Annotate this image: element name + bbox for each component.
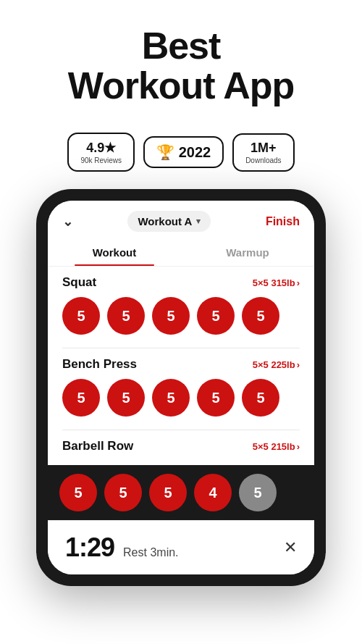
- exercise-row-barbellrow: Barbell Row 5×5 215lb ›: [48, 430, 314, 465]
- tab-workout[interactable]: Workout: [48, 239, 181, 266]
- timer-label: Rest 3min.: [123, 546, 178, 559]
- exercise-detail-squat[interactable]: 5×5 315lb ›: [253, 277, 300, 288]
- phone-screen: ⌄ Workout A ▾ Finish Workout Warmup: [48, 201, 314, 574]
- chevron-right-icon-3: ›: [297, 441, 300, 452]
- selector-arrow-icon: ▾: [196, 217, 201, 226]
- squat-set-circles: 5 5 5 5 5: [62, 297, 300, 343]
- bottom-set-3[interactable]: 5: [149, 474, 187, 511]
- workout-selector[interactable]: Workout A ▾: [127, 211, 211, 232]
- exercise-header-squat: Squat 5×5 315lb ›: [62, 275, 300, 290]
- exercise-header-benchpress: Bench Press 5×5 225lb ›: [62, 357, 300, 372]
- timer-time: 1:29: [65, 532, 114, 563]
- badge-award-main: 🏆 2022: [156, 143, 211, 161]
- badge-rating-sub: 90k Reviews: [80, 156, 122, 164]
- badges-row: 4.9★ 90k Reviews 🏆 2022 1M+ Downloads: [0, 133, 362, 172]
- squat-set-3[interactable]: 5: [152, 297, 190, 335]
- phone-frame: ⌄ Workout A ▾ Finish Workout Warmup: [36, 189, 326, 586]
- chevron-down-icon[interactable]: ⌄: [62, 214, 73, 230]
- close-icon[interactable]: ✕: [284, 538, 297, 557]
- squat-set-1[interactable]: 5: [62, 297, 100, 335]
- app-title: Best Workout App: [14, 26, 348, 105]
- squat-set-4[interactable]: 5: [197, 297, 235, 335]
- badge-rating-main: 4.9★: [86, 140, 116, 156]
- bottom-set-circles: 5 5 5 4 5: [59, 474, 303, 511]
- timer-display: 1:29 Rest 3min.: [65, 532, 179, 563]
- badge-downloads-main: 1M+: [251, 141, 277, 156]
- bottom-set-4[interactable]: 4: [194, 474, 232, 511]
- screen-header: ⌄ Workout A ▾ Finish: [48, 201, 314, 239]
- exercise-detail-barbellrow[interactable]: 5×5 215lb ›: [253, 441, 300, 452]
- header-section: Best Workout App: [0, 0, 362, 120]
- finish-button[interactable]: Finish: [266, 215, 300, 228]
- exercise-name-squat: Squat: [62, 275, 96, 290]
- bottom-set-5[interactable]: 5: [239, 474, 277, 511]
- phone-wrapper: ⌄ Workout A ▾ Finish Workout Warmup: [0, 189, 362, 586]
- timer-bar: 1:29 Rest 3min. ✕: [48, 520, 314, 574]
- tabs-row: Workout Warmup: [48, 239, 314, 267]
- benchpress-set-2[interactable]: 5: [107, 379, 145, 417]
- badge-award: 🏆 2022: [143, 136, 224, 168]
- benchpress-set-5[interactable]: 5: [242, 379, 279, 417]
- badge-downloads: 1M+ Downloads: [232, 133, 294, 172]
- benchpress-set-4[interactable]: 5: [197, 379, 235, 417]
- exercise-header-barbellrow: Barbell Row 5×5 215lb ›: [62, 439, 300, 453]
- badge-rating: 4.9★ 90k Reviews: [67, 133, 135, 172]
- bottom-set-2[interactable]: 5: [104, 474, 142, 511]
- bottom-bar: 5 5 5 4 5: [48, 465, 314, 520]
- chevron-right-icon: ›: [297, 277, 300, 288]
- benchpress-set-3[interactable]: 5: [152, 379, 190, 417]
- workout-selector-label: Workout A: [138, 215, 192, 227]
- exercise-row-benchpress: Bench Press 5×5 225lb › 5 5 5 5 5: [48, 348, 314, 430]
- bottom-set-1[interactable]: 5: [59, 474, 97, 511]
- exercise-name-benchpress: Bench Press: [62, 357, 137, 372]
- squat-set-2[interactable]: 5: [107, 297, 145, 335]
- exercise-detail-benchpress[interactable]: 5×5 225lb ›: [253, 359, 300, 370]
- exercise-name-barbellrow: Barbell Row: [62, 439, 133, 453]
- benchpress-set-1[interactable]: 5: [62, 379, 100, 417]
- chevron-right-icon-2: ›: [297, 359, 300, 370]
- benchpress-set-circles: 5 5 5 5 5: [62, 379, 300, 425]
- exercise-row-squat: Squat 5×5 315lb › 5 5 5 5 5: [48, 267, 314, 348]
- tab-warmup[interactable]: Warmup: [181, 239, 314, 266]
- badge-downloads-sub: Downloads: [245, 156, 281, 164]
- squat-set-5[interactable]: 5: [242, 297, 279, 335]
